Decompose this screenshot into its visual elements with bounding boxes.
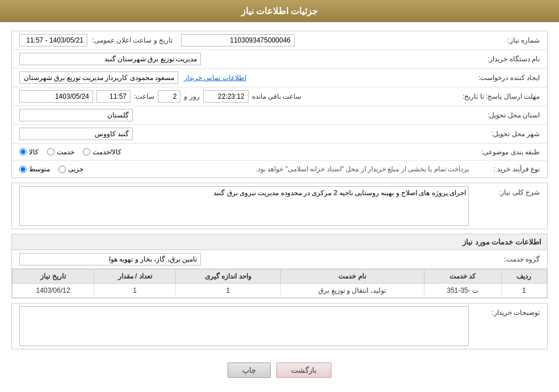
process-option-motavasset[interactable]: متوسط	[19, 165, 50, 173]
remaining-time-input[interactable]	[203, 90, 249, 103]
time-input[interactable]	[96, 90, 131, 103]
deadline-label: مهلت ارسال پاسخ: تا تاریخ:	[463, 92, 540, 100]
category-label: طبقه بندی موضوعی:	[481, 148, 540, 156]
cell-service-code: ت -35-351	[424, 284, 501, 298]
col-header-code: کد خدمت	[424, 269, 501, 284]
buyer-desc-textarea[interactable]	[19, 306, 469, 346]
buyer-contact-link[interactable]: اطلاعات تماس خریدار	[184, 74, 246, 82]
category-option-kala[interactable]: کالا	[19, 148, 39, 156]
deadline-date-input[interactable]	[19, 90, 93, 103]
col-header-qty: تعداد / مقدار	[94, 269, 176, 284]
services-section-title: اطلاعات خدمات مورد نیاز	[12, 234, 547, 250]
creator-label: ایجاد کننده درخواست:	[478, 74, 540, 82]
buyer-org-input[interactable]	[19, 53, 201, 65]
process-label: نوع فرآیند خرید :	[494, 165, 540, 173]
page-header: جزئیات اطلاعات نیاز	[0, 0, 559, 22]
process-option-jozi[interactable]: جزیی	[58, 165, 83, 173]
general-desc-label: شرح کلی نیاز:	[499, 188, 540, 196]
remaining-time-label: ساعت باقی مانده	[252, 92, 302, 100]
buyer-org-label: نام دستگاه خریدار:	[487, 55, 540, 63]
creator-input[interactable]	[19, 71, 178, 84]
col-header-unit: واحد اندازه گیری	[176, 269, 280, 284]
category-option-kala-khadamat[interactable]: کالا/خدمت	[83, 148, 121, 156]
back-button[interactable]: بازگشت	[276, 363, 331, 378]
service-group-label: گروه خدمت:	[504, 255, 540, 263]
cell-row-num: 1	[501, 284, 547, 298]
col-header-row: ردیف	[501, 269, 547, 284]
days-label: روز و	[184, 92, 199, 100]
table-row: 1 ت -35-351 تولید، انتقال و توزیع برق 1 …	[12, 284, 547, 298]
cell-quantity: 1	[94, 284, 176, 298]
cell-service-name: تولید، انتقال و توزیع برق	[280, 284, 424, 298]
buyer-desc-label: توضیحات خریدار:	[491, 309, 540, 317]
province-input[interactable]	[19, 109, 133, 121]
action-buttons: بازگشت چاپ	[11, 354, 548, 383]
service-group-input[interactable]	[19, 253, 201, 265]
services-table: ردیف کد خدمت نام خدمت واحد اندازه گیری ت…	[12, 269, 547, 298]
need-number-label: شماره نیاز:	[507, 36, 540, 44]
general-desc-textarea[interactable]	[19, 186, 469, 226]
cell-date: 1403/06/12	[12, 284, 94, 298]
print-button[interactable]: چاپ	[228, 363, 271, 378]
city-label: شهر محل تحویل:	[491, 130, 540, 138]
col-header-name: نام خدمت	[280, 269, 424, 284]
province-label: استان محل تحویل:	[487, 111, 540, 119]
page-title: جزئیات اطلاعات نیاز	[241, 6, 318, 16]
need-number-input[interactable]	[181, 34, 295, 47]
category-option-khadamat[interactable]: خدمت	[47, 148, 74, 156]
col-header-date: تاریخ نیاز	[12, 269, 94, 284]
announcement-date-input[interactable]	[19, 34, 87, 47]
time-label: ساعت:	[134, 92, 154, 100]
city-input[interactable]	[19, 128, 133, 140]
cell-unit: 1	[176, 284, 280, 298]
process-note: پرداخت تمام یا بخشی از مبلغ خریدار از مح…	[87, 165, 469, 173]
announcement-date-label: تاریخ و ساعت اعلان عمومی:	[92, 36, 173, 44]
days-input[interactable]	[158, 90, 180, 103]
